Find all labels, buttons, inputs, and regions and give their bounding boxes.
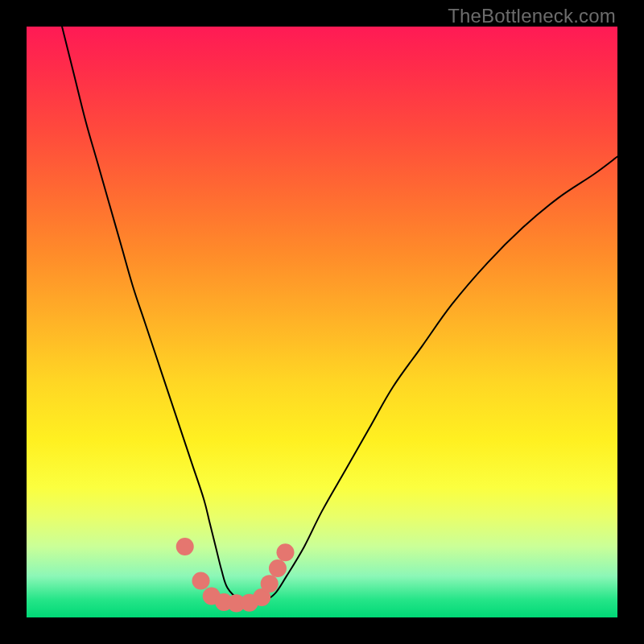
marker-dot — [261, 575, 279, 592]
chart-overlay — [27, 27, 617, 617]
highlight-markers — [176, 538, 295, 612]
marker-dot — [276, 543, 294, 561]
chart-stage: TheBottleneck.com — [0, 0, 644, 644]
marker-dot — [176, 538, 194, 555]
watermark-text: TheBottleneck.com — [448, 5, 616, 27]
curve-line — [62, 27, 617, 604]
marker-dot — [192, 572, 210, 589]
marker-dot — [269, 559, 287, 577]
